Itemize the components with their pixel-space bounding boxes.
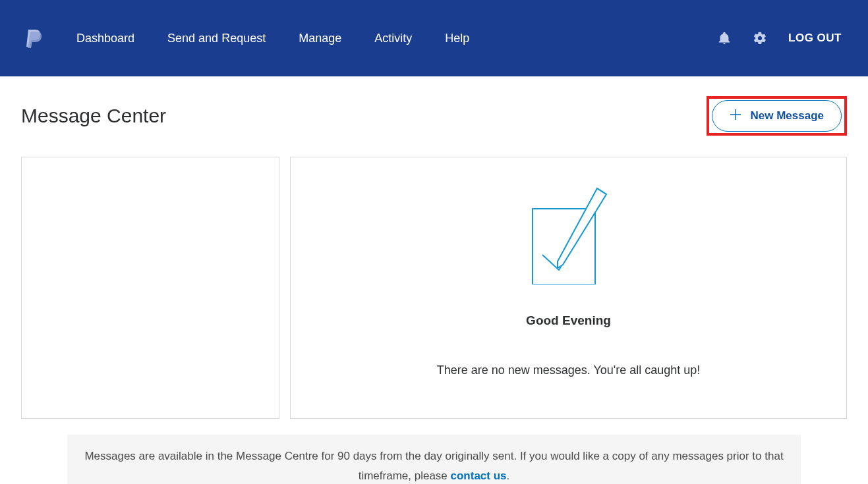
greeting-text: Good Evening bbox=[526, 313, 611, 328]
header-right: LOG OUT bbox=[717, 31, 842, 45]
nav-activity[interactable]: Activity bbox=[374, 32, 412, 45]
note-checkmark-icon bbox=[526, 186, 612, 287]
nav-manage[interactable]: Manage bbox=[299, 32, 341, 45]
notifications-icon[interactable] bbox=[717, 31, 732, 45]
inbox-status-text: There are no new messages. You're all ca… bbox=[437, 363, 701, 377]
nav-send-request[interactable]: Send and Request bbox=[167, 32, 266, 45]
header-left: Dashboard Send and Request Manage Activi… bbox=[26, 28, 469, 48]
nav-dashboard[interactable]: Dashboard bbox=[76, 32, 134, 45]
main-nav: Dashboard Send and Request Manage Activi… bbox=[76, 32, 469, 45]
settings-gear-icon[interactable] bbox=[753, 31, 767, 45]
page-title: Message Center bbox=[21, 105, 166, 127]
new-message-button[interactable]: New Message bbox=[712, 100, 842, 132]
footer-notice-prefix: Messages are available in the Message Ce… bbox=[84, 450, 783, 482]
footer-notice: Messages are available in the Message Ce… bbox=[67, 435, 801, 484]
panels: Good Evening There are no new messages. … bbox=[21, 157, 847, 419]
message-content-panel: Good Evening There are no new messages. … bbox=[290, 157, 847, 419]
top-navbar: Dashboard Send and Request Manage Activi… bbox=[0, 0, 868, 76]
new-message-highlight: New Message bbox=[707, 96, 848, 136]
contact-us-link[interactable]: contact us bbox=[451, 470, 507, 482]
nav-help[interactable]: Help bbox=[445, 32, 469, 45]
title-row: Message Center New Message bbox=[21, 96, 847, 136]
content-area: Message Center New Message bbox=[0, 76, 868, 484]
plus-icon bbox=[730, 107, 741, 124]
paypal-logo-icon[interactable] bbox=[26, 28, 43, 48]
new-message-label: New Message bbox=[751, 109, 825, 122]
footer-notice-suffix: . bbox=[507, 470, 510, 482]
logout-button[interactable]: LOG OUT bbox=[788, 32, 842, 45]
message-list-panel bbox=[21, 157, 279, 419]
